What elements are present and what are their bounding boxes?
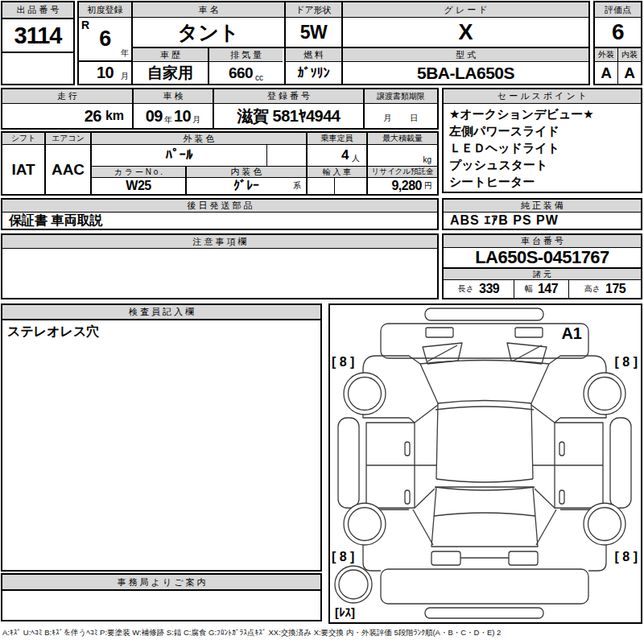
exterior-grade-label: 外装 (595, 48, 618, 62)
model-label: 型 式 (343, 48, 588, 62)
interior-color-suffix: 系 (293, 180, 301, 192)
tailgate (431, 487, 538, 547)
auction-number-empty-cell (2, 53, 73, 82)
car-diagram-box: A1 [ 8 ] [ 8 ] [ 8 ] [ 8 ] [ﾚｽ] (328, 303, 642, 624)
displacement-unit: cc (255, 73, 263, 84)
mileage-unit: km (105, 109, 124, 123)
damage-code-legend: A:ｷｽﾞ U:ﾍｺﾐ B:ｷｽﾞを伴うﾍｺﾐ P:要塗装 W:補修跡 S:錆 … (2, 628, 643, 638)
office-box: 事 務 局 よ り ご 案 内 (1, 573, 322, 621)
interior-grade-label: 内装 (618, 48, 641, 62)
headlight-left-hatch (427, 345, 457, 361)
history-value: 自家用 (133, 62, 208, 84)
tire-depth-rear-left: [ 8 ] (332, 550, 354, 564)
door-joins-left (413, 405, 438, 545)
displacement-column: 排 気 量 660 cc (209, 48, 283, 84)
shift-column: シフト IAT (2, 133, 46, 194)
max-load-cell: kg (368, 145, 437, 166)
taillight-right (509, 551, 538, 565)
interior-color-label: 内 装 色 (187, 166, 306, 178)
front-tire-left (349, 378, 382, 411)
import-car-label: 輸 入 車 (308, 166, 366, 178)
spec-length-cell: 長さ 339 (444, 280, 514, 298)
history-column: 車 歴 自家用 (133, 48, 209, 84)
shaken-month-suffix: 月 (192, 114, 200, 128)
vehicle-header-table: 初度登録 R 6 年 10 月 車 名 タント 車 歴 自家用 排 気 量 (77, 1, 590, 85)
interior-color-value: ｸﾞﾚｰ (233, 179, 259, 193)
mileage-label: 走 行 (2, 89, 132, 104)
office-label: 事 務 局 よ り ご 案 内 (2, 575, 320, 591)
first-registration-column: 初度登録 R 6 年 10 月 (79, 2, 133, 84)
rear-window-bottom (434, 513, 535, 516)
transfer-docs-label: 譲渡書類期限 (365, 89, 437, 104)
inspector-label: 検 査 員 記 入 欄 (2, 305, 320, 320)
front-bumper-strip (425, 308, 543, 320)
shaken-column: 車 検 09 年 10 月 (134, 89, 214, 128)
car-name-label: 車 名 (133, 2, 284, 18)
registration-number-value: 滋賀 581ﾔ4944 (214, 104, 363, 128)
recycle-unit: 円 (424, 180, 432, 194)
shaken-cell: 09 年 10 月 (134, 104, 213, 128)
headlight-right-hatch (512, 345, 542, 361)
shaken-year: 09 (146, 107, 163, 126)
first-registration-year: 6 (99, 27, 111, 52)
specs-row: 長さ 339 幅 147 高さ 175 (444, 280, 641, 298)
rear-panel (381, 569, 588, 604)
interior-color-cell: ｸﾞﾚｰ 系 (187, 178, 306, 194)
color-no-group: カ ラ ー N o . W25 (92, 166, 187, 194)
door-value: 5W (286, 18, 341, 48)
capacity-value: 4 (341, 147, 349, 163)
door-handle-rear-left (405, 490, 410, 504)
month-suffix: 月 (121, 71, 129, 82)
specs-label: 諸 元 (444, 269, 641, 280)
exterior-color-cells: ﾊﾟｰﾙ (92, 145, 306, 166)
first-registration-year-cell: R 6 年 (79, 18, 131, 62)
spec-length-label: 長さ (458, 283, 474, 295)
max-load-unit: kg (423, 155, 431, 166)
chassis-box: 車 台 番 号 LA650S-0451767 諸 元 長さ 339 幅 147 … (442, 233, 642, 299)
auction-number-value: 3114 (2, 19, 73, 53)
shaken-month: 10 (174, 107, 191, 126)
tire-depth-front-left: [ 8 ] (332, 355, 354, 369)
later-parts-value: 保証書 車両取説 (2, 213, 437, 229)
import-car-value (335, 178, 366, 194)
score-label: 評価点 (595, 2, 641, 18)
import-car-cells (308, 178, 366, 194)
car-top-view-diagram: A1 [ 8 ] [ 8 ] [ 8 ] [ 8 ] [ﾚｽ] (330, 305, 640, 621)
mileage-row-box: 走 行 26 km 車 検 09 年 10 月 登 録 番 号 滋賀 581ﾔ4… (1, 88, 439, 130)
transfer-docs-month-suffix: 月 (384, 113, 392, 124)
front-fender-right-joins (549, 356, 560, 423)
rear-bumper-strip (425, 608, 543, 618)
transfer-docs-day-suffix: 日 (411, 113, 419, 124)
equipment-label: 純 正 装 備 (444, 200, 641, 213)
exterior-color-empty-cell (267, 145, 306, 166)
auction-sheet: 出 品 番 号 3114 初度登録 R 6 年 10 月 車 名 タント 車 歴… (0, 0, 644, 644)
capacity-unit: 人 (352, 153, 360, 166)
registration-number-label: 登 録 番 号 (214, 89, 363, 104)
recycle-label: リサイクル預託金 (368, 166, 437, 178)
later-parts-box: 後 日 発 送 部 品 保証書 車両取説 (1, 198, 439, 230)
capacity-label: 乗車定員 (308, 133, 366, 145)
taillight-left (431, 551, 460, 565)
sales-point-item: 左側パワースライド (444, 122, 641, 139)
score-box: 評価点 6 外装 内装 A A (593, 1, 642, 85)
rear-tire-left (349, 508, 382, 541)
side-sill-right (610, 418, 631, 508)
chassis-label: 車 台 番 号 (444, 235, 641, 248)
history-displacement-row: 車 歴 自家用 排 気 量 660 cc (133, 48, 284, 84)
tire-depth-rear-right: [ 8 ] (615, 550, 638, 564)
color-no-value: W25 (92, 178, 185, 194)
caution-value (2, 249, 437, 298)
fuel-value: ｶﾞｿﾘﾝ (286, 62, 341, 84)
recycle-value: 9,280 (391, 179, 422, 193)
spare-tire-inner (339, 570, 368, 599)
aircon-label: エアコン (46, 133, 90, 145)
mileage-cell: 26 km (2, 104, 132, 128)
equipment-box: 純 正 装 備 ABS ｴｱB PS PW (442, 198, 642, 230)
transfer-docs-column: 譲渡書類期限 月 日 (365, 89, 437, 128)
door-label: ドア形状 (286, 2, 341, 18)
fuel-label: 燃 料 (286, 48, 341, 62)
shift-value: IAT (2, 145, 44, 194)
caution-label: 注 意 事 項 欄 (2, 235, 437, 249)
first-registration-month-cell: 10 月 (79, 62, 131, 84)
door-joins-right (531, 405, 556, 545)
